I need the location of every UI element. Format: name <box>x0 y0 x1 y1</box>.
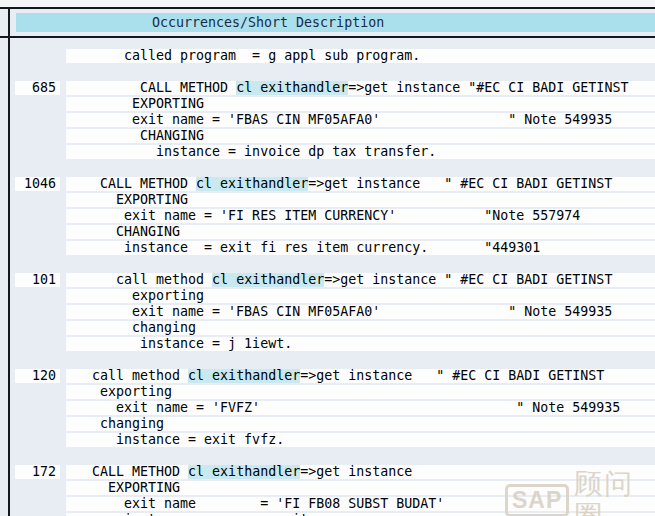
code-row: changing <box>0 417 655 431</box>
code-line[interactable]: changing <box>66 321 655 335</box>
code-row: exporting <box>0 385 655 399</box>
code-row: 1046 CALL METHOD cl_exithandler=>get_ins… <box>0 177 655 191</box>
code-row: CHANGING <box>0 129 655 143</box>
code-line[interactable]: instance = exit_fvfz. <box>66 433 655 447</box>
code-row: EXPORTING <box>0 97 655 111</box>
code-line[interactable]: CHANGING <box>66 225 655 239</box>
code-line[interactable]: exit_name = 'FBAS_CIN_MF05AFA0' " Note 5… <box>66 113 655 127</box>
code-line[interactable]: instance = j_1iewt. <box>66 337 655 351</box>
highlighted-search-hit: cl_exithandler <box>196 177 308 191</box>
code-line[interactable]: called_program = g_appl_sub_program. <box>66 49 655 63</box>
top-strip <box>0 0 655 7</box>
code-row: 120 call method cl_exithandler=>get_inst… <box>0 369 655 383</box>
code-line[interactable]: EXPORTING <box>66 97 655 111</box>
code-row: CHANGING <box>0 225 655 239</box>
code-row: changing <box>0 321 655 335</box>
code-line[interactable]: exporting <box>66 289 655 303</box>
watermark: SAP 顾问圈 <box>505 468 655 516</box>
code-line[interactable]: instance = invoice_dp_tax_transfer. <box>66 145 655 159</box>
code-row: called_program = g_appl_sub_program. <box>0 49 655 63</box>
code-row: exit_name = 'FI_RES_ITEM_CURRENCY' "Note… <box>0 209 655 223</box>
code-line[interactable]: exit_name = 'FBAS_CIN_MF05AFA0' " Note 5… <box>66 305 655 319</box>
code-line[interactable]: call method cl_exithandler=>get_instance… <box>66 273 655 287</box>
sap-occurrences-report: Occurrences/Short Description called_pro… <box>0 0 655 516</box>
code-row: 101 call method cl_exithandler=>get_inst… <box>0 273 655 287</box>
highlighted-search-hit: cl_exithandler <box>212 273 324 287</box>
code-row: 685 CALL METHOD cl_exithandler=>get_inst… <box>0 81 655 95</box>
code-row: instance = j_1iewt. <box>0 337 655 351</box>
line-number[interactable]: 172 <box>15 465 60 479</box>
header-divider <box>0 36 655 38</box>
code-row: exit_name = 'FBAS_CIN_MF05AFA0' " Note 5… <box>0 305 655 319</box>
highlighted-search-hit: cl_exithandler <box>236 81 348 95</box>
code-line[interactable]: exit_name = 'FI_RES_ITEM_CURRENCY' "Note… <box>66 209 655 223</box>
code-line[interactable]: changing <box>66 417 655 431</box>
code-line[interactable]: instance = exit_fi_res_item_currency. "4… <box>66 241 655 255</box>
highlighted-search-hit: cl_exithandler <box>188 369 300 383</box>
code-line[interactable]: exporting <box>66 385 655 399</box>
code-line[interactable]: CALL METHOD cl_exithandler=>get_instance… <box>66 81 655 95</box>
code-row: instance = exit_fi_res_item_currency. "4… <box>0 241 655 255</box>
code-row: instance = invoice_dp_tax_transfer. <box>0 145 655 159</box>
column-header-label: Occurrences/Short Description <box>16 13 655 32</box>
code-row: exporting <box>0 289 655 303</box>
code-row: instance = exit_fvfz. <box>0 433 655 447</box>
line-number[interactable]: 1046 <box>15 177 60 191</box>
watermark-text: 顾问圈 <box>574 468 655 516</box>
highlighted-search-hit: cl_exithandler <box>188 465 300 479</box>
line-number[interactable]: 685 <box>15 81 60 95</box>
code-row: exit_name = 'FVFZ' " Note 549935 <box>0 401 655 415</box>
watermark-sap-logo: SAP <box>505 484 569 516</box>
code-line[interactable]: CHANGING <box>66 129 655 143</box>
code-row: exit_name = 'FBAS_CIN_MF05AFA0' " Note 5… <box>0 113 655 127</box>
code-row: EXPORTING <box>0 193 655 207</box>
code-line[interactable]: CALL METHOD cl_exithandler=>get_instance… <box>66 177 655 191</box>
code-line[interactable]: exit_name = 'FVFZ' " Note 549935 <box>66 401 655 415</box>
top-divider <box>0 7 655 9</box>
line-number[interactable]: 120 <box>15 369 60 383</box>
code-line[interactable]: EXPORTING <box>66 193 655 207</box>
column-header-occurrences[interactable]: Occurrences/Short Description <box>16 13 655 32</box>
line-number[interactable]: 101 <box>15 273 60 287</box>
code-line[interactable]: call method cl_exithandler=>get_instance… <box>66 369 655 383</box>
